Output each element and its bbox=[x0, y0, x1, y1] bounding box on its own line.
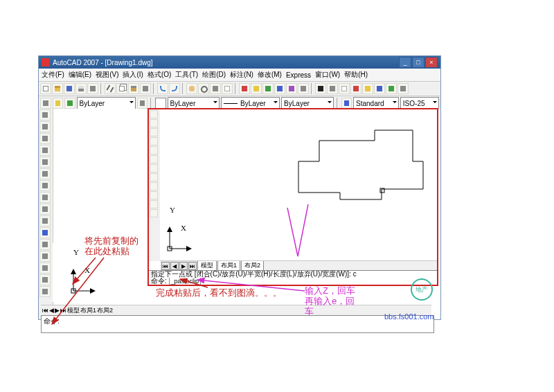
tool-button[interactable] bbox=[327, 83, 338, 94]
menu-edit[interactable]: 编辑(E) bbox=[69, 70, 91, 80]
tab-model[interactable]: 模型 bbox=[67, 306, 80, 315]
menu-format[interactable]: 格式(O) bbox=[148, 70, 171, 80]
menu-draw[interactable]: 绘图(D) bbox=[202, 70, 226, 80]
tab-last-button[interactable]: ⏭ bbox=[188, 262, 197, 270]
tab-layout2[interactable]: 布局2 bbox=[241, 261, 264, 271]
title-bar[interactable]: AutoCAD 2007 - [Drawing1.dwg] _ □ × bbox=[39, 56, 440, 69]
menu-express[interactable]: Express bbox=[286, 71, 311, 79]
text-a-tool[interactable] bbox=[39, 227, 51, 238]
tab-first-button[interactable]: ⏮ bbox=[161, 262, 170, 270]
tool-button[interactable] bbox=[150, 173, 158, 181]
layer-state-icon[interactable] bbox=[53, 98, 64, 109]
arc-tool[interactable] bbox=[39, 157, 51, 168]
tab-last-button[interactable]: ⏭ bbox=[60, 307, 66, 314]
copy-button[interactable] bbox=[116, 83, 127, 94]
tab-layout1[interactable]: 布局1 bbox=[217, 261, 240, 271]
print-button[interactable] bbox=[75, 83, 87, 94]
style-icon[interactable] bbox=[341, 98, 352, 109]
tool-button[interactable] bbox=[39, 286, 51, 297]
help-button[interactable] bbox=[397, 83, 409, 94]
layer-freeze-icon[interactable] bbox=[64, 98, 75, 109]
tool-button[interactable] bbox=[150, 110, 158, 118]
tool-button[interactable] bbox=[339, 83, 350, 94]
tool-button[interactable] bbox=[150, 137, 158, 145]
layer-icon[interactable] bbox=[40, 98, 51, 109]
draw-toolbar bbox=[39, 109, 53, 319]
maximize-button[interactable]: □ bbox=[412, 57, 425, 68]
tool-button[interactable] bbox=[150, 146, 158, 154]
tool-button[interactable] bbox=[150, 191, 158, 199]
outer-command-window[interactable]: 命令: bbox=[41, 315, 434, 333]
outer-layout-tabs: ⏮ ◀ ▶ ⏭ 模型 布局1 布局2 bbox=[41, 305, 431, 315]
tool-button[interactable] bbox=[239, 83, 250, 94]
minimize-button[interactable]: _ bbox=[399, 57, 411, 68]
zoom-button[interactable] bbox=[198, 83, 209, 94]
tab-prev-button[interactable]: ◀ bbox=[49, 307, 54, 314]
redo-button[interactable] bbox=[169, 83, 180, 94]
tool-button[interactable] bbox=[150, 164, 158, 172]
undo-button[interactable] bbox=[157, 83, 168, 94]
cut-button[interactable] bbox=[105, 83, 116, 94]
rectangle-tool[interactable] bbox=[39, 145, 51, 156]
menu-modify[interactable]: 修改(M) bbox=[258, 70, 282, 80]
tool-button[interactable] bbox=[150, 182, 158, 190]
polyline-tool[interactable] bbox=[39, 121, 51, 132]
match-prop-button[interactable] bbox=[140, 83, 151, 94]
ellipse-tool[interactable] bbox=[39, 192, 51, 203]
layer-combo[interactable]: ByLayer bbox=[77, 97, 136, 109]
tool-button[interactable] bbox=[262, 83, 274, 94]
save-button[interactable] bbox=[64, 83, 75, 94]
circle-tool[interactable] bbox=[39, 168, 51, 179]
pan-button[interactable] bbox=[186, 83, 197, 94]
menu-dimension[interactable]: 标注(N) bbox=[230, 70, 253, 80]
tab-first-button[interactable]: ⏮ bbox=[42, 307, 48, 314]
menu-file[interactable]: 文件(F) bbox=[42, 70, 64, 80]
tab-prev-button[interactable]: ◀ bbox=[170, 262, 179, 270]
polygon-tool[interactable] bbox=[39, 133, 51, 144]
region-tool[interactable] bbox=[39, 262, 51, 274]
new-button[interactable] bbox=[40, 83, 51, 94]
menu-insert[interactable]: 插入(I) bbox=[123, 70, 143, 80]
tool-button[interactable] bbox=[150, 119, 158, 127]
inner-command-window[interactable]: 指定下一点或 [闭合(C)/放弃(U)/半宽(H)/长度(L)/放弃(U)/宽度… bbox=[149, 270, 437, 285]
tool-button[interactable] bbox=[362, 83, 373, 94]
tool-button[interactable] bbox=[286, 83, 297, 94]
color-swatch[interactable] bbox=[155, 98, 166, 109]
text-tool[interactable] bbox=[39, 215, 51, 226]
close-button[interactable]: × bbox=[425, 57, 438, 68]
table-tool[interactable] bbox=[39, 274, 51, 285]
menu-window[interactable]: 窗口(W) bbox=[315, 70, 340, 80]
tool-button[interactable] bbox=[374, 83, 385, 94]
menu-tools[interactable]: 工具(T) bbox=[175, 70, 198, 80]
tab-layout1[interactable]: 布局1 bbox=[80, 306, 96, 315]
tool-button[interactable] bbox=[150, 209, 158, 217]
point-tool[interactable] bbox=[39, 251, 51, 262]
tool-button[interactable] bbox=[298, 83, 309, 94]
open-button[interactable] bbox=[52, 83, 63, 94]
tool-button[interactable] bbox=[150, 155, 158, 163]
tool-button[interactable] bbox=[150, 128, 158, 136]
tool-button[interactable] bbox=[386, 83, 397, 94]
hatch-tool[interactable] bbox=[39, 204, 51, 215]
layer-tool-button[interactable] bbox=[137, 98, 148, 109]
properties-button[interactable] bbox=[222, 83, 233, 94]
tool-button[interactable] bbox=[315, 83, 326, 94]
tool-button[interactable] bbox=[251, 83, 262, 94]
paste-button[interactable] bbox=[128, 83, 139, 94]
zoom-prev-button[interactable] bbox=[210, 83, 221, 94]
menu-help[interactable]: 帮助(H) bbox=[344, 70, 368, 80]
tool-button[interactable] bbox=[350, 83, 361, 94]
tool-button[interactable] bbox=[150, 200, 158, 208]
block-tool[interactable] bbox=[39, 239, 51, 250]
spline-tool[interactable] bbox=[39, 180, 51, 191]
inner-ucs-icon: Y X bbox=[164, 226, 192, 256]
tool-button[interactable] bbox=[274, 83, 285, 94]
tab-model[interactable]: 模型 bbox=[197, 261, 217, 271]
menu-view[interactable]: 视图(V) bbox=[96, 70, 118, 80]
plot-preview-button[interactable] bbox=[87, 83, 98, 94]
tab-next-button[interactable]: ▶ bbox=[55, 307, 60, 314]
inner-drawing-area[interactable]: Y X bbox=[160, 109, 437, 261]
tab-next-button[interactable]: ▶ bbox=[179, 262, 188, 270]
tab-layout2[interactable]: 布局2 bbox=[97, 306, 113, 315]
line-tool[interactable] bbox=[39, 109, 51, 121]
